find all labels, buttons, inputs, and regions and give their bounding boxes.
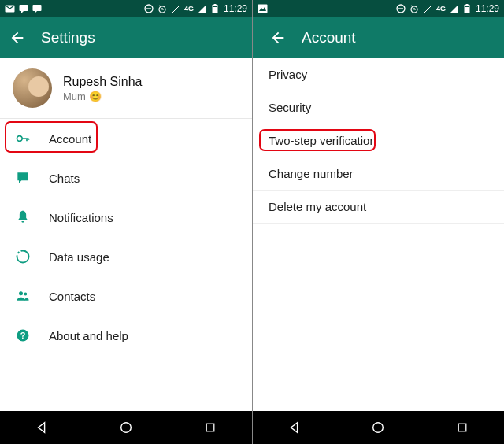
- app-bar: Settings: [0, 17, 252, 58]
- battery-icon: [210, 4, 220, 14]
- signal-icon: [449, 4, 459, 14]
- back-button[interactable]: [269, 28, 287, 47]
- svg-rect-9: [214, 4, 217, 6]
- account-item-security[interactable]: Security: [253, 91, 504, 124]
- svg-rect-17: [206, 424, 214, 431]
- account-item-label: Security: [269, 101, 311, 114]
- settings-item-notifications[interactable]: Notifications: [0, 198, 252, 237]
- battery-icon: [462, 4, 472, 14]
- clock-text: 11:29: [224, 3, 247, 14]
- profile-status: Mum 😊: [63, 91, 143, 102]
- account-item-change-number[interactable]: Change number: [253, 157, 504, 191]
- svg-line-6: [159, 6, 161, 6]
- clock-text: 11:29: [476, 3, 499, 14]
- svg-rect-10: [213, 7, 217, 13]
- nav-back-button[interactable]: [287, 420, 302, 435]
- svg-rect-18: [258, 5, 268, 13]
- nav-home-button[interactable]: [118, 420, 134, 435]
- dnd-icon: [396, 4, 406, 14]
- message2-icon: [32, 4, 42, 14]
- account-item-privacy[interactable]: Privacy: [253, 58, 504, 91]
- back-button[interactable]: [8, 28, 27, 47]
- svg-rect-26: [465, 7, 469, 13]
- network-label: 4G: [436, 5, 446, 13]
- svg-text:?: ?: [20, 331, 26, 340]
- signal-empty-icon: [171, 4, 181, 14]
- svg-point-12: [19, 291, 23, 295]
- avatar: [13, 68, 52, 108]
- signal-empty-icon: [423, 4, 433, 14]
- app-bar: Account: [253, 17, 504, 58]
- alarm-icon: [158, 4, 168, 14]
- settings-item-label: Account: [49, 132, 91, 146]
- account-item-two-step[interactable]: Two-step verification: [253, 124, 504, 157]
- account-item-label: Delete my account: [269, 200, 366, 213]
- dnd-icon: [144, 4, 154, 14]
- svg-rect-28: [458, 424, 466, 431]
- signal-icon: [197, 4, 207, 14]
- settings-item-about[interactable]: ? About and help: [0, 316, 252, 355]
- settings-item-contacts[interactable]: Contacts: [0, 276, 252, 316]
- alarm-icon: [410, 4, 420, 14]
- nav-recent-button[interactable]: [202, 420, 218, 435]
- settings-item-label: About and help: [49, 329, 128, 342]
- svg-point-13: [24, 293, 27, 296]
- account-list: Privacy Security Two-step verification C…: [253, 58, 504, 411]
- svg-point-11: [17, 136, 23, 142]
- nav-home-button[interactable]: [370, 420, 386, 435]
- svg-line-22: [411, 6, 413, 6]
- page-title: Settings: [41, 29, 95, 46]
- account-item-label: Privacy: [269, 68, 307, 81]
- account-item-delete[interactable]: Delete my account: [253, 191, 504, 224]
- svg-line-23: [416, 6, 417, 6]
- data-icon: [14, 248, 32, 265]
- status-bar: 4G 11:29: [0, 0, 252, 17]
- profile-name: Rupesh Sinha: [63, 75, 143, 89]
- svg-rect-25: [466, 4, 469, 6]
- status-bar: 4G 11:29: [253, 0, 504, 17]
- nav-bar: [0, 411, 252, 444]
- svg-point-16: [121, 423, 132, 433]
- settings-list: Account Chats Notifications Data usage: [0, 119, 252, 411]
- settings-item-label: Data usage: [49, 250, 109, 264]
- settings-item-account[interactable]: Account: [0, 119, 252, 158]
- network-label: 4G: [184, 5, 194, 13]
- bell-icon: [14, 209, 32, 226]
- key-icon: [14, 130, 32, 147]
- contacts-icon: [14, 287, 32, 305]
- settings-item-chats[interactable]: Chats: [0, 158, 252, 198]
- profile-row[interactable]: Rupesh Sinha Mum 😊: [0, 58, 252, 119]
- settings-item-label: Contacts: [49, 290, 95, 303]
- svg-rect-2: [32, 5, 41, 11]
- help-icon: ?: [14, 327, 32, 344]
- message-icon: [18, 4, 28, 14]
- settings-item-label: Chats: [49, 172, 80, 185]
- svg-point-27: [373, 423, 384, 433]
- nav-back-button[interactable]: [34, 420, 50, 435]
- chat-icon: [14, 169, 32, 187]
- account-item-label: Two-step verification: [269, 134, 376, 147]
- svg-line-7: [164, 6, 165, 6]
- settings-item-label: Notifications: [49, 211, 113, 224]
- page-title: Account: [302, 29, 356, 46]
- settings-item-data[interactable]: Data usage: [0, 237, 252, 276]
- phone-left: 4G 11:29 Settings Rupesh Sinha Mum 😊 Ac: [0, 0, 252, 444]
- mail-icon: [5, 4, 15, 14]
- nav-bar: [253, 411, 504, 444]
- nav-recent-button[interactable]: [454, 420, 470, 435]
- image-icon: [258, 4, 268, 14]
- svg-rect-1: [19, 5, 28, 11]
- phone-right: 4G 11:29 Account Privacy Security Two-st…: [252, 0, 504, 444]
- account-item-label: Change number: [269, 167, 354, 180]
